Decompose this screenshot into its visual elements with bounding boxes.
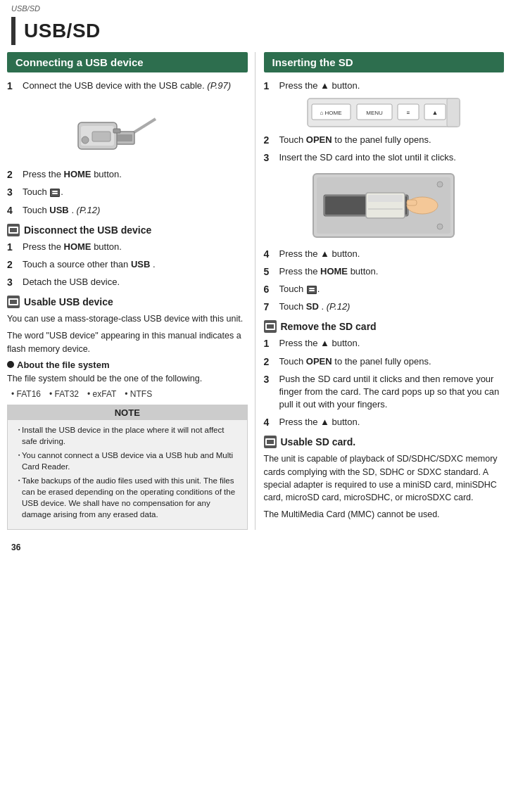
page-number: 36	[0, 537, 511, 558]
insert-step-5: 5 Press the HOME button.	[264, 265, 505, 278]
insert-step-1: 1 Press the ▲ button.	[264, 80, 505, 92]
remove-sd-header: Remove the SD card	[264, 320, 505, 333]
usable-sd-para1: The unit is capable of playback of SD/SD…	[264, 452, 505, 504]
insert-step-3: 3 Insert the SD card into the slot until…	[264, 151, 505, 164]
connect-step-2: 2 Press the HOME button.	[7, 168, 248, 181]
svg-rect-7	[113, 129, 120, 133]
remove-sd-icon	[264, 320, 277, 333]
keyboard-icon-left-3	[50, 189, 60, 197]
disconnect-step-2: 2 Touch a source other than USB .	[7, 258, 248, 271]
page-title: USB/SD	[11, 17, 500, 45]
note-item-2: You cannot connect a USB device via a US…	[15, 450, 240, 472]
right-column: Inserting the SD 1 Press the ▲ button. ⌂…	[255, 52, 505, 530]
remove-step-2: 2 Touch OPEN to the panel fully opens.	[264, 355, 505, 368]
disconnect-header: Disconnect the USB device	[7, 224, 248, 236]
svg-point-5	[82, 137, 89, 144]
insert-step-2: 2 Touch OPEN to the panel fully opens.	[264, 134, 505, 146]
svg-text:▲: ▲	[432, 109, 439, 116]
usable-sd-para2: The MultiMedia Card (MMC) cannot be used…	[264, 508, 505, 521]
svg-rect-6	[92, 132, 111, 141]
insert-step-7: 7 Touch SD . (P.12)	[264, 300, 505, 313]
note-item-3: Take backups of the audio files used wit…	[15, 475, 240, 520]
insert-section-header: Inserting the SD	[264, 52, 505, 72]
page-label: USB/SD	[0, 0, 511, 14]
svg-text:≡: ≡	[407, 110, 410, 116]
svg-rect-23	[368, 195, 403, 202]
remove-step-1: 1 Press the ▲ button.	[264, 337, 505, 350]
disconnect-step-1: 1 Press the HOME button.	[7, 241, 248, 253]
insert-step-4: 4 Press the ▲ button.	[264, 248, 505, 260]
disconnect-icon	[7, 224, 20, 236]
connect-step-4: 4 Touch USB . (P.12)	[7, 204, 248, 217]
disconnect-step-3: 3 Detach the USB device.	[7, 276, 248, 288]
usable-para2: The word "USB device" appearing in this …	[7, 329, 248, 355]
svg-rect-17	[447, 99, 460, 127]
usable-usb-header: Usable USB device	[7, 296, 248, 308]
svg-rect-26	[407, 200, 417, 205]
connect-step-3: 3 Touch .	[7, 186, 248, 198]
usb-illustration	[7, 98, 248, 161]
usable-para1: You can use a mass-storage-class USB dev…	[7, 312, 248, 325]
panel-illustration: ⌂ HOME MENU ≡ ▲	[264, 97, 505, 128]
usable-sd-header: Usable SD card.	[264, 436, 505, 448]
svg-text:MENU: MENU	[366, 110, 383, 116]
usable-sd-icon	[264, 436, 277, 448]
connect-step-1: 1 Connect the USB device with the USB ca…	[7, 80, 248, 92]
file-system-para: The file system should be the one of the…	[7, 372, 248, 385]
svg-rect-2	[115, 134, 132, 141]
fat-list: • FAT16 • FAT32 • exFAT • NTFS	[11, 389, 248, 399]
remove-step-4: 4 Press the ▲ button.	[264, 416, 505, 429]
svg-point-28	[437, 224, 443, 229]
note-title: NOTE	[8, 405, 247, 420]
bullet-dot	[7, 361, 14, 368]
note-box: NOTE Install the USB device in the place…	[7, 405, 248, 530]
left-column: Connecting a USB device 1 Connect the US…	[7, 52, 255, 530]
remove-step-3: 3 Push the SD card until it clicks and t…	[264, 373, 505, 412]
usable-usb-icon	[7, 296, 20, 308]
insert-step-6: 6 Touch .	[264, 283, 505, 296]
keyboard-icon-right-6	[307, 286, 317, 294]
connect-section-header: Connecting a USB device	[7, 52, 248, 72]
svg-point-27	[437, 182, 443, 187]
note-item-1: Install the USB device in the place wher…	[15, 424, 240, 447]
file-system-header: About the file system	[7, 360, 248, 370]
sd-illustration	[264, 170, 505, 241]
svg-text:⌂ HOME: ⌂ HOME	[320, 110, 342, 116]
